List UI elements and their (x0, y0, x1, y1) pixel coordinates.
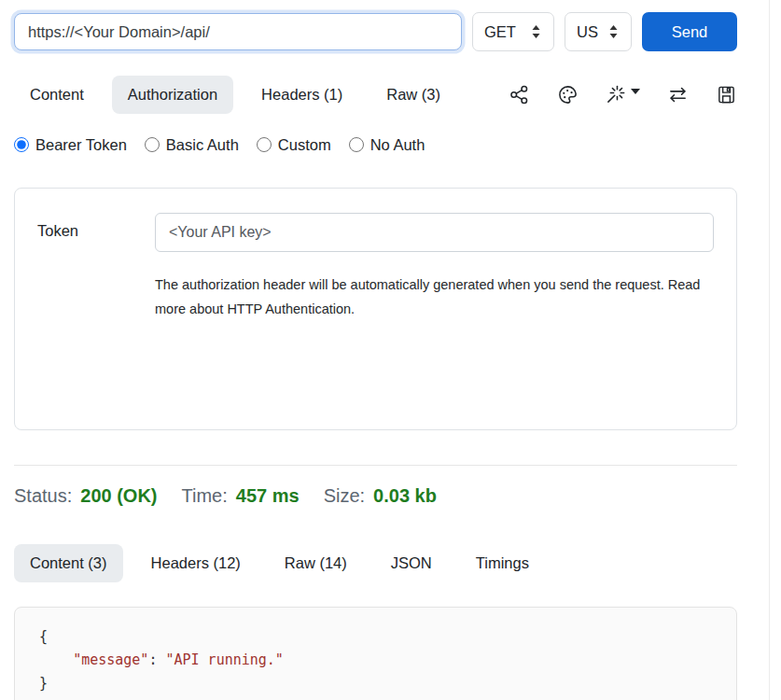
tab-response-json[interactable]: JSON (375, 544, 448, 582)
basic-auth-radio[interactable] (145, 137, 160, 152)
swap-arrows-icon[interactable] (667, 84, 689, 105)
time-label: Time: (182, 485, 228, 507)
scrollbar-track-line (769, 0, 770, 700)
response-tabs: Content (3) Headers (12) Raw (14) JSON T… (14, 542, 737, 584)
updown-arrows-icon (607, 23, 620, 40)
send-button[interactable]: Send (642, 12, 737, 51)
magic-wand-icon[interactable] (606, 84, 640, 105)
save-icon[interactable] (716, 84, 737, 105)
method-select-value: GET (484, 23, 516, 41)
response-status-row: Status: 200 (OK) Time: 457 ms Size: 0.03… (14, 485, 737, 510)
time-value: 457 ms (236, 485, 300, 507)
palette-icon[interactable] (557, 84, 579, 105)
auth-option-no-auth[interactable]: No Auth (349, 136, 425, 154)
size-label: Size: (324, 485, 365, 507)
json-line-message: "message": "API running." (39, 649, 712, 672)
response-body: { "message": "API running." } (14, 607, 737, 700)
auth-option-bearer-token[interactable]: Bearer Token (14, 136, 127, 154)
auth-type-options: Bearer Token Basic Auth Custom No Auth (14, 133, 737, 156)
custom-radio[interactable] (257, 137, 272, 152)
auth-option-label: Basic Auth (166, 136, 239, 154)
tab-response-raw[interactable]: Raw (14) (269, 544, 363, 582)
request-bar: GET US Send (14, 12, 737, 51)
token-label: Token (37, 213, 155, 429)
json-line-open: { (39, 625, 712, 649)
tab-raw[interactable]: Raw (3) (370, 76, 456, 114)
status-value: 200 (OK) (80, 485, 157, 507)
updown-arrows-icon (530, 23, 542, 40)
tab-response-headers[interactable]: Headers (12) (135, 544, 257, 582)
no-auth-radio[interactable] (349, 137, 364, 152)
token-helper-text: The authorization header will be automat… (155, 273, 702, 321)
tab-content[interactable]: Content (14, 76, 100, 114)
auth-option-label: Custom (278, 136, 331, 154)
auth-option-label: Bearer Token (35, 136, 127, 154)
auth-option-basic-auth[interactable]: Basic Auth (145, 136, 239, 154)
tab-headers[interactable]: Headers (1) (245, 76, 358, 114)
token-panel: Token The authorization header will be a… (14, 188, 737, 430)
tab-authorization[interactable]: Authorization (112, 76, 233, 114)
status-label: Status: (14, 485, 72, 507)
region-select-value: US (577, 23, 598, 41)
tab-response-timings[interactable]: Timings (460, 544, 545, 582)
auth-option-custom[interactable]: Custom (257, 136, 331, 154)
share-icon[interactable] (509, 84, 530, 105)
json-key: "message" (73, 651, 148, 668)
auth-option-label: No Auth (370, 136, 425, 154)
api-client-page: GET US Send Content Authorization Header… (0, 0, 781, 700)
request-tabs: Content Authorization Headers (1) Raw (3… (14, 74, 737, 115)
json-value: "API running." (165, 651, 283, 668)
toolbar-icons (509, 84, 737, 105)
url-input[interactable] (14, 13, 462, 50)
tab-response-content[interactable]: Content (3) (14, 544, 123, 582)
size-value: 0.03 kb (373, 485, 437, 507)
region-select[interactable]: US (565, 12, 632, 51)
json-line-close: } (39, 672, 712, 695)
token-input[interactable] (155, 213, 714, 252)
bearer-token-radio[interactable] (14, 137, 29, 152)
chevron-down-icon (631, 89, 640, 94)
method-select[interactable]: GET (472, 12, 554, 51)
section-divider (14, 465, 737, 466)
